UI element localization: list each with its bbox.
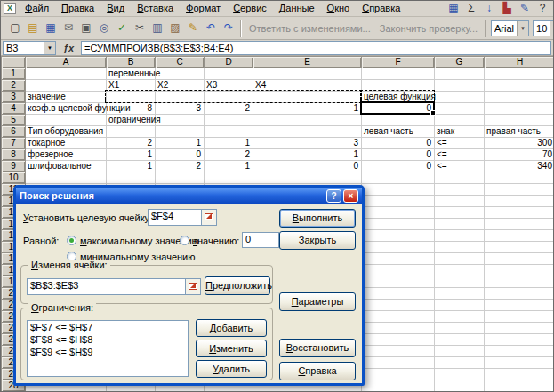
cell-B5[interactable]: ограничения — [107, 115, 156, 126]
col-header-B[interactable]: B — [107, 57, 156, 68]
cell-G5[interactable] — [435, 115, 485, 126]
cell-B3[interactable] — [107, 92, 156, 103]
cell-D8[interactable]: 2 — [205, 149, 253, 161]
cell-G23[interactable] — [435, 323, 485, 334]
delete-constraint-button[interactable]: Удалить — [196, 360, 267, 378]
email-icon[interactable]: ✉ — [60, 20, 76, 36]
undo-icon[interactable]: ↶ — [203, 20, 219, 36]
col-header-H[interactable]: H — [485, 57, 554, 68]
cell-G8[interactable]: <= — [435, 149, 485, 161]
cell-F13[interactable] — [362, 207, 435, 219]
cell-H2[interactable] — [485, 80, 554, 92]
print-icon[interactable]: ▣ — [78, 20, 94, 36]
collapse-dialog-icon[interactable] — [185, 279, 200, 294]
cell-H14[interactable] — [485, 219, 554, 230]
cell-C1[interactable] — [156, 68, 205, 80]
cell-E4[interactable]: 1 — [253, 103, 362, 115]
save-icon[interactable]: ▦ — [43, 20, 59, 36]
cell-F27[interactable] — [362, 369, 435, 380]
row-header-7[interactable]: 7 — [2, 138, 26, 149]
row-header-1[interactable]: 1 — [2, 68, 26, 80]
radio-max-button[interactable] — [67, 236, 76, 245]
cell-F1[interactable] — [362, 68, 435, 80]
cell-G1[interactable] — [435, 68, 485, 80]
cell-G6[interactable]: знак — [435, 126, 485, 138]
cell-F25[interactable] — [362, 346, 435, 357]
change-constraint-button[interactable]: Изменить — [196, 340, 267, 357]
cell-G14[interactable] — [435, 219, 485, 230]
size-dropdown-icon[interactable]: ▼ — [550, 21, 553, 36]
cell-A8[interactable]: фрезерное — [26, 149, 107, 161]
cell-G22[interactable] — [435, 311, 485, 323]
cell-G15[interactable] — [435, 230, 485, 242]
cell-H5[interactable] — [485, 115, 554, 126]
cell-D2[interactable]: X3 — [205, 80, 253, 92]
cell-G12[interactable] — [435, 196, 485, 207]
formula-input[interactable]: =СУММПРОИЗВ(B$3:E$3;B4:E4) — [81, 41, 551, 55]
cell-A4[interactable]: коэф.в целевой функции — [26, 103, 107, 115]
cell-D5[interactable] — [205, 115, 253, 126]
row-header-10[interactable]: 10 — [2, 172, 26, 184]
cell-H9[interactable]: 340 — [485, 161, 554, 172]
menu-item-6[interactable]: Данные — [273, 1, 321, 16]
target-cell-input[interactable]: $F$4 — [148, 209, 217, 226]
cell-G11[interactable] — [435, 184, 485, 196]
cell-A6[interactable]: Тип оборудования — [26, 126, 107, 138]
select-all-corner[interactable] — [2, 57, 26, 68]
col-header-C[interactable]: C — [156, 57, 205, 68]
cell-F22[interactable] — [362, 311, 435, 323]
end-review-button[interactable]: Закончить проверку... — [375, 20, 482, 37]
table-icon[interactable]: ▦ — [446, 1, 462, 16]
cell-F18[interactable] — [362, 265, 435, 276]
cell-G13[interactable] — [435, 207, 485, 219]
cell-C8[interactable]: 0 — [156, 149, 205, 161]
cell-F7[interactable]: 0 — [362, 138, 435, 149]
cell-F2[interactable] — [362, 80, 435, 92]
cell-H19[interactable] — [485, 276, 554, 288]
cell-F3[interactable]: целевая функция — [362, 92, 435, 103]
cell-G19[interactable] — [435, 276, 485, 288]
cell-F28[interactable] — [362, 380, 435, 392]
cell-F4[interactable]: 0 — [362, 103, 435, 115]
cell-G25[interactable] — [435, 346, 485, 357]
col-header-A[interactable]: A — [26, 57, 107, 68]
cell-G10[interactable] — [435, 172, 485, 184]
menu-item-7[interactable]: Окно — [321, 1, 357, 16]
constraints-listbox[interactable]: $F$7 <= $H$7$F$8 <= $H$8$F$9 <= $H$9 — [27, 320, 189, 377]
cell-F8[interactable]: 0 — [362, 149, 435, 161]
menu-item-1[interactable]: Правка — [55, 1, 100, 16]
drawing-icon[interactable]: ✎ — [517, 1, 533, 16]
cell-G28[interactable] — [435, 380, 485, 392]
cell-G4[interactable] — [435, 103, 485, 115]
cell-E3[interactable] — [253, 92, 362, 103]
cell-B7[interactable]: 2 — [107, 138, 156, 149]
collapse-dialog-icon[interactable] — [201, 210, 216, 225]
copy-icon[interactable]: ▥ — [149, 20, 165, 36]
cell-E10[interactable] — [253, 172, 362, 184]
cell-B1[interactable]: переменные — [107, 68, 156, 80]
cell-F24[interactable] — [362, 334, 435, 346]
cell-G17[interactable] — [435, 253, 485, 265]
cell-H12[interactable] — [485, 196, 554, 207]
cell-G18[interactable] — [435, 265, 485, 276]
col-header-G[interactable]: G — [435, 57, 485, 68]
cell-A5[interactable] — [26, 115, 107, 126]
dialog-help-icon[interactable]: ? — [326, 189, 341, 203]
cell-G2[interactable] — [435, 80, 485, 92]
help-button[interactable]: Справка — [279, 362, 356, 380]
insert-function-icon[interactable]: ƒx — [58, 41, 79, 55]
menu-item-2[interactable]: Вид — [100, 1, 131, 16]
cell-G7[interactable]: <= — [435, 138, 485, 149]
cell-G3[interactable] — [435, 92, 485, 103]
print-preview-icon[interactable]: ◎ — [96, 20, 112, 36]
cell-E6[interactable] — [253, 126, 362, 138]
cell-F10[interactable] — [362, 172, 435, 184]
row-header-2[interactable]: 2 — [2, 80, 26, 92]
row-header-5[interactable]: 5 — [2, 115, 26, 126]
cell-F14[interactable] — [362, 219, 435, 230]
font-size-select[interactable]: 10 ▼ — [533, 20, 553, 36]
cell-H8[interactable]: 70 — [485, 149, 554, 161]
cell-H13[interactable] — [485, 207, 554, 219]
menu-item-4[interactable]: Формат — [180, 1, 227, 16]
cell-H4[interactable] — [485, 103, 554, 115]
